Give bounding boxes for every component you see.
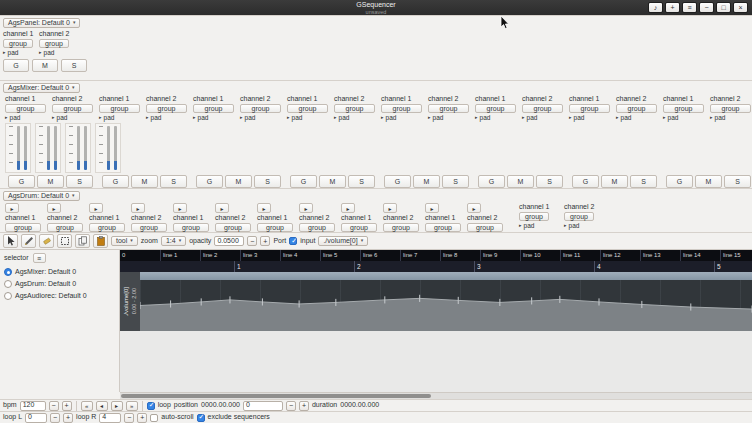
maximize-button[interactable]: □ bbox=[716, 2, 731, 13]
pad-expander[interactable]: ▸ pad bbox=[519, 222, 534, 230]
opacity-spinbox[interactable]: 0.0500 bbox=[214, 236, 244, 246]
group-button[interactable]: group bbox=[47, 223, 83, 232]
group-toggle-button[interactable]: G bbox=[8, 175, 35, 188]
horizontal-scrollbar[interactable] bbox=[120, 392, 752, 399]
drum-pad-button[interactable]: ▸ bbox=[425, 203, 439, 213]
group-toggle-button[interactable]: G bbox=[384, 175, 411, 188]
machine-radio-item[interactable]: AgsAudiorec: Default 0 bbox=[4, 292, 115, 300]
port-dropdown[interactable]: ./volume[0] ▾ bbox=[318, 236, 368, 246]
group-button[interactable]: group bbox=[89, 223, 125, 232]
group-button[interactable]: group bbox=[475, 104, 516, 113]
bpm-decrement-button[interactable]: − bbox=[49, 401, 59, 411]
machine-radio-item[interactable]: AgsMixer: Default 0 bbox=[4, 268, 115, 276]
app-menu-button[interactable]: ≡ bbox=[682, 2, 697, 13]
group-button[interactable]: group bbox=[341, 223, 377, 232]
gms-toggle-button[interactable]: M bbox=[32, 59, 58, 72]
solo-toggle-button[interactable]: S bbox=[724, 175, 751, 188]
machine-radio-item[interactable]: AgsDrum: Default 0 bbox=[4, 280, 115, 288]
group-button[interactable]: group bbox=[5, 223, 41, 232]
volume-slider-unit[interactable] bbox=[65, 123, 91, 173]
mute-toggle-button[interactable]: M bbox=[319, 175, 346, 188]
drum-machine-selector[interactable]: AgsDrum: Default 0 ▾ bbox=[3, 191, 80, 201]
pad-expander[interactable]: ▸ pad bbox=[193, 114, 208, 122]
pad-expander[interactable]: ▸ pad bbox=[564, 222, 579, 230]
add-machine-button[interactable]: + bbox=[665, 2, 680, 13]
group-button[interactable]: group bbox=[5, 104, 46, 113]
drum-pad-button[interactable]: ▸ bbox=[173, 203, 187, 213]
loop-left-decrement-button[interactable]: − bbox=[50, 413, 60, 423]
position-tool-button[interactable] bbox=[3, 234, 18, 248]
solo-toggle-button[interactable]: S bbox=[536, 175, 563, 188]
drum-pad-button[interactable]: ▸ bbox=[299, 203, 313, 213]
pad-expander[interactable]: ▸ pad bbox=[428, 114, 443, 122]
group-button[interactable]: group bbox=[564, 212, 594, 221]
scrollbar-thumb[interactable] bbox=[121, 394, 431, 398]
solo-toggle-button[interactable]: S bbox=[66, 175, 93, 188]
pad-expander[interactable]: ▸ pad bbox=[522, 114, 537, 122]
volume-slider[interactable] bbox=[54, 126, 57, 170]
group-toggle-button[interactable]: G bbox=[572, 175, 599, 188]
group-button[interactable]: group bbox=[334, 104, 375, 113]
automation-lane[interactable] bbox=[140, 272, 752, 331]
drum-pad-button[interactable]: ▸ bbox=[341, 203, 355, 213]
drum-pad-button[interactable]: ▸ bbox=[131, 203, 145, 213]
mute-toggle-button[interactable]: M bbox=[413, 175, 440, 188]
volume-slider-unit[interactable] bbox=[35, 123, 61, 173]
pad-expander[interactable]: ▸ pad bbox=[569, 114, 584, 122]
pad-expander[interactable]: ▸ pad bbox=[710, 114, 725, 122]
pad-expander[interactable]: ▸ pad bbox=[475, 114, 490, 122]
offset-increment-button[interactable]: + bbox=[299, 401, 309, 411]
pad-expander[interactable]: ▸ pad bbox=[39, 49, 54, 57]
drum-pad-button[interactable]: ▸ bbox=[257, 203, 271, 213]
group-button[interactable]: group bbox=[425, 223, 461, 232]
input-checkbox[interactable] bbox=[289, 237, 297, 245]
bpm-increment-button[interactable]: + bbox=[62, 401, 72, 411]
drum-pad-button[interactable]: ▸ bbox=[383, 203, 397, 213]
drum-pad-button[interactable]: ▸ bbox=[89, 203, 103, 213]
tool-dropdown[interactable]: tool ▾ bbox=[111, 236, 138, 246]
volume-slider-unit[interactable] bbox=[95, 123, 121, 173]
mixer-machine-selector[interactable]: AgsMixer: Default 0 ▾ bbox=[3, 83, 80, 93]
zoom-dropdown[interactable]: 1:4 ▾ bbox=[161, 236, 186, 246]
forward-button[interactable]: » bbox=[126, 401, 138, 411]
group-toggle-button[interactable]: G bbox=[290, 175, 317, 188]
group-button[interactable]: group bbox=[52, 104, 93, 113]
panel-machine-selector[interactable]: AgsPanel: Default 0 ▾ bbox=[3, 18, 80, 28]
pad-expander[interactable]: ▸ pad bbox=[240, 114, 255, 122]
group-button[interactable]: group bbox=[299, 223, 335, 232]
group-button[interactable]: group bbox=[710, 104, 751, 113]
mute-toggle-button[interactable]: M bbox=[225, 175, 252, 188]
pad-expander[interactable]: ▸ pad bbox=[146, 114, 161, 122]
pad-expander[interactable]: ▸ pad bbox=[3, 49, 18, 57]
gms-toggle-button[interactable]: S bbox=[61, 59, 87, 72]
drum-pad-button[interactable]: ▸ bbox=[215, 203, 229, 213]
volume-slider[interactable] bbox=[24, 126, 27, 170]
group-button[interactable]: group bbox=[173, 223, 209, 232]
copy-button[interactable] bbox=[75, 234, 90, 248]
mute-toggle-button[interactable]: M bbox=[37, 175, 64, 188]
group-button[interactable]: group bbox=[99, 104, 140, 113]
volume-slider[interactable] bbox=[84, 126, 87, 170]
group-toggle-button[interactable]: G bbox=[196, 175, 223, 188]
solo-toggle-button[interactable]: S bbox=[254, 175, 281, 188]
solo-toggle-button[interactable]: S bbox=[348, 175, 375, 188]
loop-left-spinbox[interactable]: 0 bbox=[25, 413, 47, 423]
group-toggle-button[interactable]: G bbox=[478, 175, 505, 188]
loop-right-increment-button[interactable]: + bbox=[137, 413, 147, 423]
mute-toggle-button[interactable]: M bbox=[695, 175, 722, 188]
notation-button[interactable]: ♪ bbox=[648, 2, 663, 13]
mute-toggle-button[interactable]: M bbox=[507, 175, 534, 188]
rewind-button[interactable]: « bbox=[81, 401, 93, 411]
group-button[interactable]: group bbox=[467, 223, 503, 232]
drum-pad-button[interactable]: ▸ bbox=[5, 203, 19, 213]
group-button[interactable]: group bbox=[381, 104, 422, 113]
radio-button[interactable] bbox=[4, 280, 12, 288]
mute-toggle-button[interactable]: M bbox=[131, 175, 158, 188]
auto-scroll-checkbox[interactable] bbox=[150, 414, 158, 422]
pad-expander[interactable]: ▸ pad bbox=[381, 114, 396, 122]
group-button[interactable]: group bbox=[39, 39, 69, 48]
group-button[interactable]: group bbox=[663, 104, 704, 113]
group-button[interactable]: group bbox=[146, 104, 187, 113]
group-button[interactable]: group bbox=[257, 223, 293, 232]
group-button[interactable]: group bbox=[522, 104, 563, 113]
